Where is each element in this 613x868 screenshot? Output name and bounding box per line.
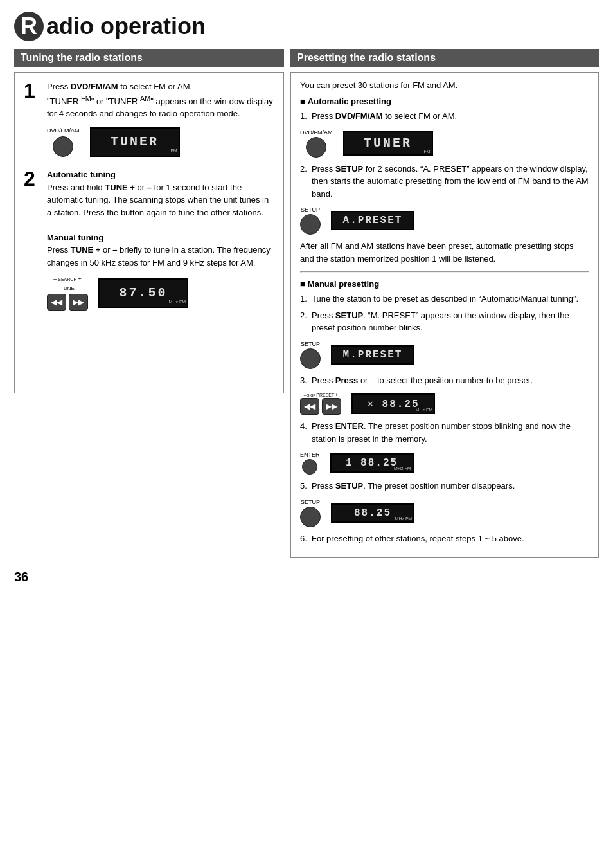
manual-step5-btn[interactable] (300, 507, 321, 527)
manual-step3-prev-btn[interactable]: ◀◀ (300, 398, 319, 415)
two-col-layout: Tuning the radio stations 1 Press DVD/FM… (14, 49, 599, 558)
auto-step1-num: 1. (300, 110, 312, 123)
manual-step3-num: 3. (300, 374, 312, 387)
manual-step6: 6. For presetting of other stations, rep… (300, 532, 589, 545)
auto-step1-text: Press DVD/FM/AM to select FM or AM. (312, 110, 589, 123)
manual-step3-lcd-prefix: ✕ (367, 399, 382, 410)
manual-step6-num: 6. (300, 532, 312, 545)
manual-step2-lcd: M.PRESET (331, 345, 414, 365)
step2-search-label: SEARCH (58, 276, 76, 284)
auto-step1-text-after: to select FM or AM. (383, 111, 458, 121)
manual-section-wrapper: Manual presetting 1. Tune the station to… (300, 279, 589, 545)
preset-box: You can preset 30 stations for FM and AM… (290, 72, 599, 558)
auto-step2-num: 2. (300, 163, 312, 176)
manual-step3-labels: – SKIP PRESET + (304, 393, 338, 397)
step2-prev-btn[interactable]: ◀◀ (47, 294, 66, 311)
step1-btn-group: DVD/FM/AM (47, 127, 80, 158)
step1-text-before: Press (47, 82, 71, 91)
step2-labels-row: – SEARCH + (53, 275, 81, 284)
auto-step1-display: DVD/FM/AM TUNER FM (300, 129, 589, 158)
manual-step5: 5. Press SETUP. The preset position numb… (300, 480, 589, 493)
manual-step3-display: – SKIP PRESET + ◀◀ ▶▶ ✕ 88.25 (300, 393, 589, 415)
step2-text1-mid: or (135, 183, 147, 192)
auto-step1-bold: DVD/FM/AM (335, 111, 383, 121)
manual-step4-btn-label: ENTER (300, 451, 320, 458)
manual-step3-preset-lbl: PRESET (316, 393, 334, 397)
manual-step3-next-btn[interactable]: ▶▶ (322, 398, 341, 415)
step2-btn-group: – SEARCH + TUNE ◀◀ ▶▶ (47, 275, 88, 311)
manual-step4-num: 4. (300, 420, 312, 433)
auto-step2-lcd-text: A.PRESET (343, 215, 403, 226)
step1-bold1: DVD/FM/AM (71, 82, 118, 91)
step2-tune-btns: ◀◀ ▶▶ (47, 294, 88, 311)
manual-step3-minus-lbl: – (304, 393, 306, 397)
auto-step1: 1. Press DVD/FM/AM to select FM or AM. (300, 110, 589, 123)
manual-step4-btn[interactable] (302, 459, 317, 475)
manual-step5-btn-group: SETUP (300, 499, 321, 527)
manual-step5-text: Press SETUP. The preset position number … (312, 480, 589, 493)
manual-step3-skip-lbl: SKIP (307, 393, 316, 397)
step2-minus-label: – (53, 275, 57, 284)
manual-step4-lcd-text: 1 88.25 (346, 457, 398, 469)
page-title-text: adio operation (46, 13, 206, 40)
manual-step5-bold: SETUP (335, 481, 363, 491)
manual-step2-lcd-wrapper: M.PRESET (331, 345, 414, 365)
manual-step5-text-after: . The preset position number disappears. (363, 481, 515, 491)
manual-step4: 4. Press ENTER. The preset position numb… (300, 420, 589, 445)
step2-next-btn[interactable]: ▶▶ (69, 294, 88, 311)
step2-lcd-text: 87.50 (119, 285, 167, 300)
auto-step2-text: Press SETUP for 2 seconds. “A. PRESET” a… (312, 163, 589, 201)
step-1-number: 1 (24, 80, 42, 101)
step2-subheading1: Automatic tuning (47, 168, 274, 181)
step2-text2-before: Press (47, 245, 71, 255)
step-2-number: 2 (24, 168, 42, 189)
step1-display-row: DVD/FM/AM TUNER FM (47, 127, 274, 158)
auto-section-wrapper: Automatic presetting 1. Press DVD/FM/AM … (300, 96, 589, 265)
manual-step2-display: SETUP M.PRESET (300, 341, 589, 369)
manual-step5-lcd-wrapper: 88.25 MHz FM (331, 503, 414, 523)
manual-step5-btn-label: SETUP (301, 499, 320, 505)
step1-sup2: AM (140, 95, 150, 102)
manual-step3-bold: Press (335, 375, 360, 385)
step1-sup1: FM (81, 95, 91, 102)
auto-step2: 2. Press SETUP for 2 seconds. “A. PRESET… (300, 163, 589, 201)
manual-step2-num: 2. (300, 309, 312, 322)
step2-text2-mid: or (100, 245, 112, 255)
manual-section-title: Manual presetting (300, 279, 589, 289)
manual-step3-lcd-wrapper: ✕ 88.25 MHz FM (351, 393, 435, 414)
manual-step5-lcd-sub: MHz FM (395, 516, 412, 521)
manual-step4-btn-group: ENTER (300, 451, 320, 475)
manual-step3-tune-btns: ◀◀ ▶▶ (300, 398, 341, 415)
step1-dvd-btn[interactable] (53, 136, 73, 157)
tuning-section-header: Tuning the radio stations (14, 49, 284, 67)
manual-step4-text: Press ENTER. The preset position number … (312, 420, 589, 445)
manual-step2-btn-group: SETUP (300, 341, 321, 369)
auto-step2-btn[interactable] (300, 214, 321, 235)
manual-step3-lcd-text: 88.25 (382, 399, 420, 410)
step1-lcd-sub: FM (170, 148, 177, 155)
auto-section-title: Automatic presetting (300, 96, 589, 106)
manual-step2: 2. Press SETUP. “M. PRESET” appears on t… (300, 309, 589, 334)
auto-step1-btn[interactable] (306, 137, 326, 158)
step2-bold1: TUNE + (105, 183, 135, 192)
step2-lcd-sub: MHz FM (169, 299, 186, 306)
page-number: 36 (14, 570, 599, 584)
manual-step2-lcd-text: M.PRESET (343, 349, 403, 361)
auto-step2-btn-group: SETUP (300, 206, 321, 235)
manual-step4-lcd-sub: MHz FM (394, 466, 411, 471)
auto-step1-lcd-text: TUNER (364, 136, 412, 150)
page-title-wrap: R adio operation (14, 12, 599, 41)
step1-text-after: to select FM or AM. (118, 82, 193, 91)
auto-step1-btn-label: DVD/FM/AM (300, 129, 333, 136)
manual-step5-lcd-text: 88.25 (354, 507, 391, 519)
step-1-row: 1 Press DVD/FM/AM to select FM or AM. "T… (24, 80, 274, 162)
manual-step2-btn[interactable] (300, 348, 321, 369)
step-1-content: Press DVD/FM/AM to select FM or AM. "TUN… (47, 80, 274, 162)
preset-section-header: Presetting the radio stations (290, 49, 599, 67)
step-2-content: Automatic tuning Press and hold TUNE + o… (47, 168, 274, 316)
auto-step2-btn-label: SETUP (301, 206, 320, 213)
title-r-circle: R (14, 12, 44, 41)
step2-tune-label: TUNE (60, 285, 75, 293)
step2-subheading2: Manual tuning (47, 231, 274, 244)
step2-bold3: TUNE + (71, 245, 101, 255)
